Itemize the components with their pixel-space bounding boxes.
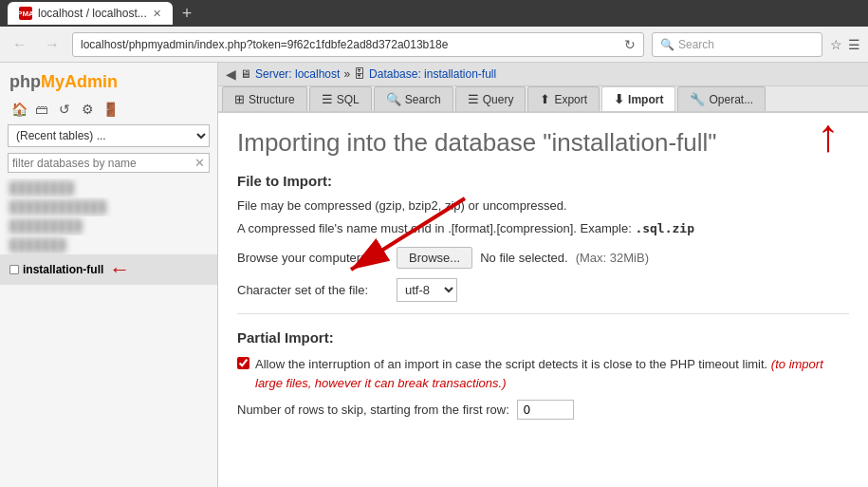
tab-title: localhost / localhost...: [38, 7, 147, 20]
browse-row: Browse your computer: Browse... No file …: [237, 247, 849, 269]
tab-import-label: Import: [628, 93, 663, 106]
no-file-text: No file selected.: [480, 251, 568, 265]
logo-php: php: [9, 72, 41, 92]
tab-structure-label: Structure: [249, 93, 295, 106]
content-area: ◀ 🖥 Server: localhost » 🗄 Database: inst…: [218, 63, 868, 487]
browse-label: Browse your computer:: [237, 251, 389, 265]
back-button[interactable]: ←: [8, 34, 32, 55]
close-tab-button[interactable]: ✕: [153, 8, 161, 20]
partial-import-section: Partial Import: Allow the interruption o…: [237, 329, 849, 420]
tab-operations-label: Operat...: [709, 93, 753, 106]
tab-search-label: Search: [405, 93, 441, 106]
page-content: ↑ Importing into the database "installat…: [218, 113, 868, 487]
exit-icon[interactable]: 🚪: [101, 100, 120, 119]
skip-label: Number of rows to skip, starting from th…: [237, 403, 509, 417]
file-info-line2: A compressed file's name must end in .[f…: [237, 219, 849, 238]
filter-box: ✕: [8, 153, 210, 173]
browser-search-placeholder: Search: [678, 38, 714, 51]
page-title: Importing into the database "installatio…: [237, 128, 849, 158]
breadcrumb-bar: ◀ 🖥 Server: localhost » 🗄 Database: inst…: [218, 63, 868, 86]
browser-addressbar: ← → localhost/phpmyadmin/index.php?token…: [0, 27, 868, 63]
max-size-text: (Max: 32MiB): [576, 251, 649, 265]
skip-input[interactable]: [517, 400, 574, 420]
menu-icon[interactable]: ☰: [848, 37, 860, 52]
tab-operations[interactable]: 🔧 Operat...: [677, 86, 766, 111]
list-item[interactable]: ████████████: [0, 197, 217, 216]
breadcrumb-db-link[interactable]: Database: installation-full: [369, 67, 496, 81]
search-icon: 🔍: [660, 38, 674, 51]
filter-input[interactable]: [12, 157, 194, 170]
query-tab-icon: ☰: [468, 92, 479, 106]
list-item[interactable]: █████████: [0, 216, 217, 235]
tab-query-label: Query: [483, 93, 514, 106]
browser-tab[interactable]: PMA localhost / localhost... ✕: [8, 2, 173, 25]
search-tab-icon: 🔍: [386, 92, 401, 106]
red-arrow-left-icon: ←: [109, 257, 130, 282]
charset-select[interactable]: utf-8utf-16latin1ascii: [397, 278, 457, 302]
file-import-section-header: File to Import:: [237, 173, 849, 189]
bookmark-icon[interactable]: ☆: [830, 37, 842, 52]
sidebar-icons: 🏠 🗃 ↺ ⚙ 🚪: [0, 98, 217, 124]
import-tab-icon: ⬇: [614, 92, 624, 106]
pma-logo: php MyAdmin: [0, 63, 217, 98]
refresh-icon[interactable]: ↺: [55, 100, 74, 119]
breadcrumb-db-icon: 🗄: [354, 67, 365, 81]
file-info-line2-text: A compressed file's name must end in .[f…: [237, 221, 632, 235]
file-info-example: .sql.zip: [635, 221, 694, 235]
file-info-line1: File may be compressed (gzip, bzip2, zip…: [237, 197, 849, 215]
sidebar: php MyAdmin 🏠 🗃 ↺ ⚙ 🚪 (Recent tables) ..…: [0, 63, 218, 487]
structure-tab-icon: ⊞: [234, 92, 245, 106]
partial-header-rest: rtial Import:: [254, 329, 333, 346]
database-list: ████████ ████████████ █████████ ███████ …: [0, 178, 217, 487]
favicon-icon: PMA: [19, 7, 32, 20]
new-tab-button[interactable]: +: [182, 4, 193, 24]
browser-titlebar: PMA localhost / localhost... ✕ +: [0, 0, 868, 27]
forward-button[interactable]: →: [40, 34, 65, 55]
charset-label: Character set of the file:: [237, 283, 389, 297]
sql-tab-icon: ☰: [322, 92, 333, 106]
active-db-label: installation-full: [23, 263, 103, 276]
home-icon[interactable]: 🏠: [9, 100, 28, 119]
partial-import-header: Partial Import:: [237, 329, 849, 346]
tab-sql-label: SQL: [337, 93, 360, 106]
browser-icons: ☆ ☰: [830, 37, 860, 52]
interrupt-checkbox-label: Allow the interruption of an import in c…: [255, 355, 849, 392]
recent-tables-select[interactable]: (Recent tables) ...: [8, 124, 210, 147]
db-icon[interactable]: 🗃: [32, 100, 51, 119]
interrupt-checkbox-row: Allow the interruption of an import in c…: [237, 355, 849, 392]
section-divider: [237, 313, 849, 314]
breadcrumb-separator: »: [343, 67, 350, 81]
tab-search[interactable]: 🔍 Search: [374, 86, 453, 111]
main-wrapper: php MyAdmin 🏠 🗃 ↺ ⚙ 🚪 (Recent tables) ..…: [0, 63, 868, 487]
browser-search-box[interactable]: 🔍 Search: [652, 32, 822, 57]
address-text: localhost/phpmyadmin/index.php?token=9f6…: [81, 38, 620, 51]
tab-export[interactable]: ⬆ Export: [527, 86, 600, 111]
charset-row: Character set of the file: utf-8utf-16la…: [237, 278, 849, 302]
breadcrumb-server-icon: 🖥: [240, 67, 251, 81]
browse-button[interactable]: Browse...: [397, 247, 472, 269]
export-tab-icon: ⬆: [540, 92, 550, 106]
tab-structure[interactable]: ⊞ Structure: [222, 86, 307, 111]
address-box: localhost/phpmyadmin/index.php?token=9f6…: [72, 32, 644, 57]
logo-myadmin: MyAdmin: [41, 72, 118, 92]
list-item[interactable]: ███████: [0, 235, 217, 254]
breadcrumb-back-icon[interactable]: ◀: [226, 66, 236, 82]
refresh-button[interactable]: ↻: [624, 37, 636, 52]
tab-export-label: Export: [554, 93, 587, 106]
tab-import[interactable]: ⬇ Import: [601, 86, 675, 111]
tab-sql[interactable]: ☰ SQL: [309, 86, 372, 111]
breadcrumb-server-link[interactable]: Server: localhost: [255, 67, 340, 81]
active-database-item[interactable]: installation-full ←: [0, 254, 217, 285]
tab-bar: ⊞ Structure ☰ SQL 🔍 Search ☰ Query ⬆ Exp…: [218, 86, 868, 113]
skip-row: Number of rows to skip, starting from th…: [237, 400, 849, 420]
list-item[interactable]: ████████: [0, 178, 217, 197]
operations-tab-icon: 🔧: [690, 92, 705, 106]
settings-icon[interactable]: ⚙: [78, 100, 97, 119]
partial-header-prefix: Pa: [237, 329, 254, 346]
filter-clear-button[interactable]: ✕: [194, 156, 205, 170]
tab-query[interactable]: ☰ Query: [455, 86, 526, 111]
interrupt-checkbox[interactable]: [237, 357, 249, 369]
